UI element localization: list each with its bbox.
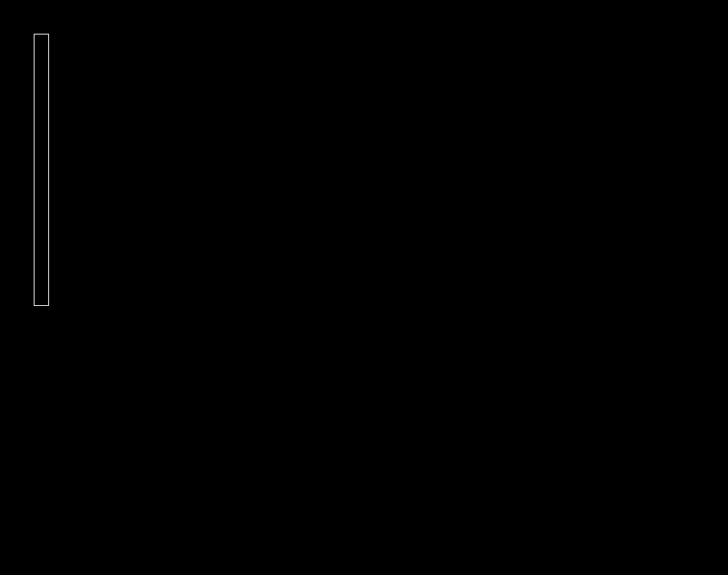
albedo-product-screen (0, 0, 728, 575)
map-overlay (0, 0, 728, 575)
